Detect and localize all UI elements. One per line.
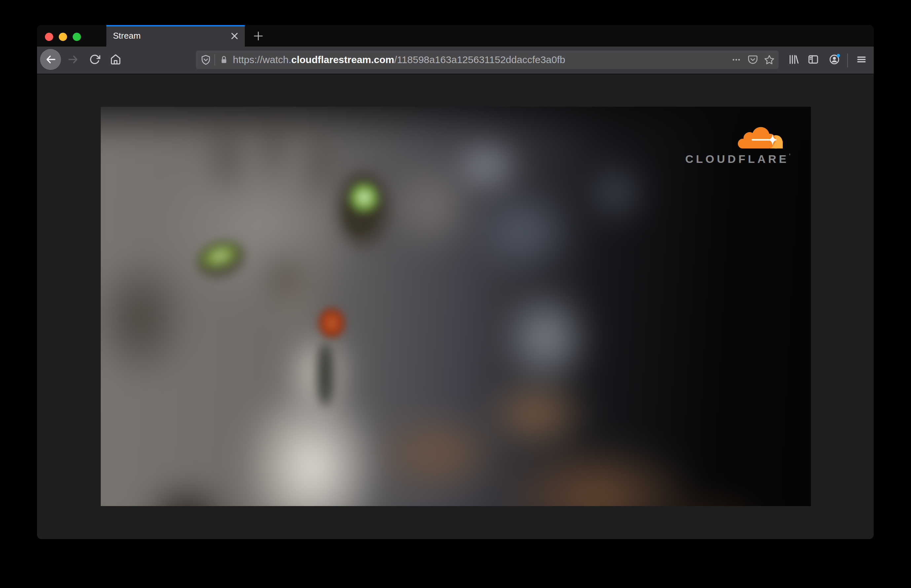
shield-icon (200, 55, 211, 65)
reload-button[interactable] (86, 50, 104, 69)
urlbar-divider (214, 54, 215, 65)
home-button[interactable] (107, 50, 125, 69)
close-window-button[interactable] (45, 33, 53, 41)
pocket-icon (748, 55, 758, 65)
menu-button[interactable] (852, 50, 871, 69)
back-button[interactable] (40, 49, 61, 70)
forward-button[interactable] (64, 50, 82, 69)
back-icon (45, 54, 56, 65)
toolbar-divider (847, 53, 848, 67)
zoom-window-button[interactable] (73, 33, 81, 41)
url-domain: cloudflarestream.com (291, 54, 394, 65)
home-icon (110, 54, 121, 65)
video-player[interactable]: CLOUDFLARE' (101, 107, 811, 506)
url-text: https://watch.cloudflarestream.com/11859… (233, 54, 727, 65)
trademark-mark: ' (789, 153, 790, 159)
star-icon (764, 55, 775, 65)
library-button[interactable] (784, 50, 803, 69)
page-actions-button[interactable] (731, 55, 741, 65)
library-icon (788, 54, 799, 65)
account-icon (829, 53, 840, 65)
bookmark-button[interactable] (764, 55, 775, 65)
video-frame-cat (101, 107, 811, 506)
tab-bar: Stream (37, 25, 874, 47)
lock-icon (219, 55, 229, 65)
urlbar-actions (731, 55, 775, 65)
reload-icon (89, 54, 100, 65)
page-content: CLOUDFLARE' (37, 74, 874, 539)
nav-toolbar: https://watch.cloudflarestream.com/11859… (37, 47, 874, 74)
tab-stream[interactable]: Stream (107, 25, 245, 47)
brand-text: CLOUDFLARE (685, 153, 789, 165)
cloudflare-watermark: CLOUDFLARE' (682, 125, 790, 165)
window-controls (45, 33, 81, 41)
close-icon (230, 32, 239, 40)
ellipsis-icon (731, 55, 741, 65)
cloudflare-cloud-icon (734, 125, 790, 151)
minimize-window-button[interactable] (59, 33, 67, 41)
new-tab-button[interactable] (250, 28, 266, 44)
screen: Stream (0, 0, 911, 588)
browser-window: Stream (37, 25, 874, 539)
url-prefix: https://watch. (233, 54, 291, 65)
sidebar-icon (808, 54, 819, 65)
notification-dot (837, 54, 840, 57)
tracking-protection-button[interactable] (200, 55, 211, 65)
cat-mouth-shadow (317, 343, 334, 405)
forward-icon (68, 54, 79, 65)
cloudflare-wordmark: CLOUDFLARE' (682, 153, 790, 165)
hamburger-menu-icon (856, 54, 867, 65)
url-bar[interactable]: https://watch.cloudflarestream.com/11859… (196, 50, 779, 69)
url-path: /118598a163a125631152ddaccfe3a0fb (394, 54, 565, 65)
tab-title: Stream (113, 31, 229, 41)
sidebar-button[interactable] (804, 50, 822, 69)
cat-nose (318, 308, 345, 338)
pocket-button[interactable] (748, 55, 758, 65)
plus-icon (254, 31, 263, 41)
close-tab-button[interactable] (229, 31, 240, 42)
account-button[interactable] (825, 50, 844, 69)
